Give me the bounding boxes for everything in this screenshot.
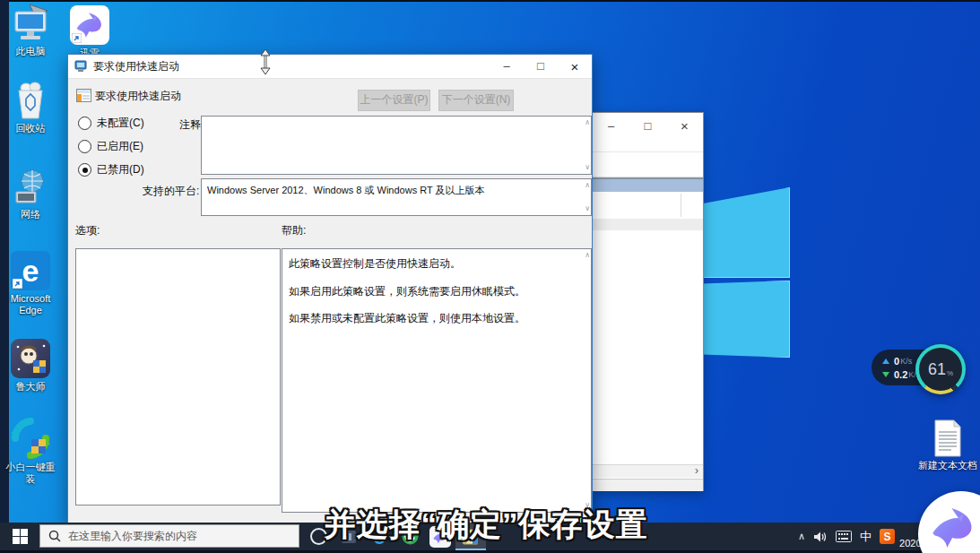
platform-value: Windows Server 2012、Windows 8 或 Windows … xyxy=(207,184,485,197)
desktop-icon-thunder[interactable]: 迅雷 xyxy=(68,5,111,59)
options-label: 选项: xyxy=(75,223,100,238)
platform-label: 支持的平台: xyxy=(143,184,199,199)
background-window-statusbar xyxy=(593,479,703,491)
search-placeholder: 在这里输入你要搜索的内容 xyxy=(68,529,197,544)
dialog-app-icon xyxy=(74,60,88,73)
desktop-icon-new-text-doc[interactable]: 新建文本文档 xyxy=(916,419,979,471)
desktop-icon-label: 回收站 xyxy=(16,123,46,134)
shortcut-arrow-icon xyxy=(13,279,22,289)
memory-usage-ball[interactable]: 61 % xyxy=(915,344,966,394)
help-panel[interactable]: 此策略设置控制是否使用快速启动。 如果启用此策略设置，则系统需要启用休眠模式。 … xyxy=(282,248,592,513)
policy-name: 要求使用快速启动 xyxy=(95,89,181,104)
background-window-column-divider xyxy=(681,194,681,217)
system-tray: ∧ 中 S xyxy=(798,523,895,550)
help-line: 此策略设置控制是否使用快速启动。 xyxy=(289,257,578,272)
radio-disabled[interactable]: 已禁用(D) xyxy=(78,162,144,177)
ime-indicator[interactable]: 中 xyxy=(860,523,872,550)
previous-setting-button[interactable]: 上一个设置(P) xyxy=(358,90,430,111)
desktop-icon-recycle-bin[interactable]: 回收站 xyxy=(5,81,56,134)
desktop-icon-xiaobai[interactable]: 小白一键重装 xyxy=(5,418,56,485)
radio-circle-icon xyxy=(78,140,91,153)
upload-speed: 0 xyxy=(894,356,899,367)
upload-unit: K/s xyxy=(900,357,912,366)
video-subtitle: 并选择“确定”保存设置 xyxy=(289,504,683,546)
desktop-icon-label: 此电脑 xyxy=(16,46,46,57)
scroll-up-icon[interactable]: ∧ xyxy=(585,182,590,189)
radio-label: 已禁用(D) xyxy=(97,162,144,177)
platform-box[interactable]: Windows Server 2012、Windows 8 或 Windows … xyxy=(201,178,592,216)
desktop-icon-ludashi[interactable]: 鲁大师 xyxy=(5,339,56,393)
download-speed: 0.2 xyxy=(894,369,907,380)
download-arrow-icon xyxy=(882,372,889,377)
ludashi-tile xyxy=(11,339,50,378)
desktop-icon-label: Microsoft Edge xyxy=(5,293,56,316)
scroll-down-icon[interactable]: ∨ xyxy=(585,205,590,212)
desktop-icon-network[interactable]: 网络 xyxy=(5,168,56,220)
policy-setting-dialog[interactable]: 要求使用快速启动 – □ × 要求使用快速启动 上一个设置(P) 下一个设置(N… xyxy=(67,54,593,524)
network-icon xyxy=(13,168,48,206)
desktop-icon-label: 网络 xyxy=(21,209,40,220)
desktop-icon-label: 小白一键重装 xyxy=(5,462,56,485)
search-icon xyxy=(48,530,61,542)
ludashi-mascot-icon xyxy=(11,339,50,378)
desktop-icon-label: 新建文本文档 xyxy=(918,460,977,471)
comment-textarea[interactable]: ∧ ∨ xyxy=(201,116,592,175)
upload-arrow-icon xyxy=(882,359,889,364)
thunder-tile xyxy=(70,5,109,45)
touch-keyboard-icon[interactable] xyxy=(836,523,852,550)
dialog-title: 要求使用快速启动 xyxy=(93,59,179,74)
usage-percent-sign: % xyxy=(947,369,953,377)
radio-circle-selected-icon xyxy=(78,163,91,177)
maximize-icon[interactable]: □ xyxy=(524,59,558,74)
edge-tile: e xyxy=(11,251,50,290)
close-icon[interactable]: × xyxy=(558,59,592,74)
recycle-bin-icon xyxy=(13,81,48,120)
desktop-icon-this-pc[interactable]: 此电脑 xyxy=(5,9,56,57)
radio-label: 未配置(C) xyxy=(97,116,144,131)
usage-percent: 61 xyxy=(928,360,946,379)
start-button[interactable] xyxy=(0,523,39,550)
background-window-hscrollbar[interactable]: › xyxy=(593,464,703,478)
help-line: 如果启用此策略设置，则系统需要启用休眠模式。 xyxy=(289,285,578,299)
background-window[interactable]: – □ × › xyxy=(592,112,704,491)
radio-circle-icon xyxy=(78,117,91,130)
help-line: 如果禁用或未配置此策略设置，则使用本地设置。 xyxy=(289,312,578,326)
edge-e-icon: e xyxy=(22,255,39,286)
scroll-up-icon[interactable]: ∧ xyxy=(585,252,590,259)
scroll-down-icon[interactable]: ∨ xyxy=(585,164,590,171)
text-file-icon xyxy=(932,419,963,457)
minimize-icon[interactable]: – xyxy=(490,59,524,74)
vertical-resize-cursor-icon xyxy=(259,49,272,74)
radio-enabled[interactable]: 已启用(E) xyxy=(78,139,143,154)
taskbar-search-input[interactable]: 在这里输入你要搜索的内容 xyxy=(39,524,299,548)
background-window-toolbar xyxy=(593,151,703,177)
dialog-titlebar[interactable]: 要求使用快速启动 – □ × xyxy=(68,55,592,79)
tray-chevron-icon[interactable]: ∧ xyxy=(798,523,805,550)
scroll-right-icon[interactable]: › xyxy=(695,464,698,477)
video-top-edge xyxy=(0,0,980,2)
volume-icon[interactable] xyxy=(813,523,828,550)
next-setting-button[interactable]: 下一个设置(N) xyxy=(438,90,514,111)
desktop-icon-label: 鲁大师 xyxy=(16,381,46,393)
thunder-bird-icon xyxy=(929,504,977,552)
windows-start-icon xyxy=(13,529,28,544)
dialog-toolbar: 要求使用快速启动 上一个设置(P) 下一个设置(N) xyxy=(68,78,592,113)
radio-label: 已启用(E) xyxy=(97,139,143,154)
this-pc-icon xyxy=(13,9,48,43)
minimize-icon[interactable]: – xyxy=(598,119,625,133)
help-label: 帮助: xyxy=(282,223,306,238)
background-window-selected-header xyxy=(593,177,703,192)
desktop-icon-edge[interactable]: e Microsoft Edge xyxy=(5,251,56,316)
shortcut-arrow-icon xyxy=(72,33,82,43)
options-panel[interactable] xyxy=(75,248,281,505)
wallpaper-logo-pane-bottom xyxy=(702,281,790,358)
maximize-icon[interactable]: □ xyxy=(635,119,662,133)
scroll-up-icon[interactable]: ∧ xyxy=(585,119,590,126)
background-window-subheader xyxy=(593,219,703,230)
background-window-titlebar: – □ × xyxy=(593,113,703,138)
policy-setting-icon xyxy=(76,89,91,102)
close-icon[interactable]: × xyxy=(672,118,698,134)
xiaobai-reinstall-icon xyxy=(10,418,51,459)
radio-not-configured[interactable]: 未配置(C) xyxy=(78,116,144,131)
